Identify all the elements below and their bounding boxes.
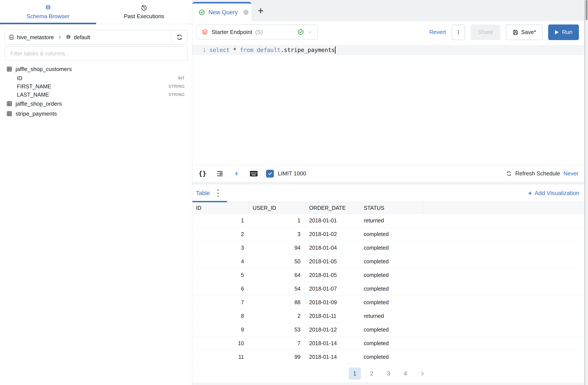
line-number: 1 (192, 47, 209, 53)
schema-tree: jaffle_shop_customersIDINTFIRST_NAMESTRI… (0, 64, 192, 119)
keyboard-icon[interactable] (250, 171, 258, 177)
cell-id: 3 (192, 245, 249, 251)
sidebar-tab-label: Schema Browser (27, 13, 69, 20)
plus-icon: + (528, 190, 532, 197)
limit-label[interactable]: LIMIT 1000 (278, 170, 306, 177)
chevron-right-icon (58, 35, 62, 39)
result-rows: 1 1 2018-01-01 returned 2 3 2018-01-02 c… (192, 214, 585, 364)
unsaved-dot-icon (243, 10, 249, 15)
endpoint-selector[interactable]: Starter Endpoint (S) (196, 24, 318, 40)
save-button[interactable]: Save* (506, 24, 543, 40)
cell-user-id: 3 (249, 231, 306, 237)
schema-tree-table[interactable]: jaffle_shop_customers (0, 64, 192, 74)
next-page-button[interactable] (416, 367, 428, 380)
cell-id: 2 (192, 231, 249, 237)
cell-order-date: 2018-01-01 (306, 217, 360, 224)
tab-past-executions[interactable]: Past Executions (96, 0, 192, 24)
breadcrumb-catalog[interactable]: hive_metastore (17, 34, 54, 41)
cell-status: returned (360, 313, 423, 319)
breadcrumb: hive_metastore default (4, 30, 188, 45)
query-tab-label: New Query (209, 9, 238, 16)
pagination: 1234 (192, 364, 585, 383)
table-row: 8 2 2018-01-11 returned (192, 309, 585, 323)
cell-order-date: 2018-01-09 (306, 299, 360, 305)
run-button[interactable]: Run (548, 24, 579, 40)
page-button-1[interactable]: 1 (349, 367, 361, 380)
text-cursor (335, 46, 336, 54)
table-row: 11 99 2018-01-14 completed (192, 350, 585, 364)
refresh-schedule-value[interactable]: Never (564, 170, 578, 177)
cell-id: 1 (192, 217, 249, 224)
cell-order-date: 2018-01-04 (306, 245, 360, 251)
sidebar: Schema Browser Past Executions (0, 0, 192, 385)
schema-tree-column[interactable]: LAST_NAMESTRING (0, 90, 192, 99)
table-name: jaffle_shop_orders (16, 101, 62, 107)
table-name: stripe_payments (16, 110, 57, 117)
cell-status: completed (360, 258, 423, 265)
lightning-icon[interactable] (234, 170, 240, 177)
column-header-status[interactable]: STATUS (360, 202, 423, 214)
revert-link[interactable]: Revert (429, 29, 446, 36)
cell-order-date: 2018-01-11 (306, 313, 360, 319)
column-header-id[interactable]: ID (192, 202, 249, 214)
tab-table[interactable]: Table (192, 185, 210, 202)
table-row: 4 50 2018-01-05 completed (192, 255, 585, 268)
column-header-order-date[interactable]: ORDER_DATE (306, 202, 360, 214)
table-row: 5 64 2018-01-05 completed (192, 268, 585, 282)
scrollbar-thumb[interactable] (586, 0, 588, 20)
table-row: 6 54 2018-01-07 completed (192, 282, 585, 296)
table-options-kebab-icon[interactable] (217, 190, 219, 197)
sidebar-tab-label: Past Executions (124, 13, 164, 20)
query-tab-new-query[interactable]: New Query (192, 2, 251, 21)
cell-user-id: 94 (249, 245, 306, 251)
save-label: Save* (521, 29, 536, 36)
limit-checkbox[interactable] (266, 170, 274, 178)
catalog-icon (9, 34, 14, 40)
refresh-icon (176, 34, 183, 41)
column-header-user-id[interactable]: USER_ID (249, 202, 306, 214)
sidebar-tabs: Schema Browser Past Executions (0, 0, 192, 24)
new-tab-button[interactable]: + (254, 4, 267, 17)
cell-status: completed (360, 326, 423, 333)
column-name: FIRST_NAME (17, 83, 51, 90)
indent-icon[interactable] (216, 170, 224, 177)
table-row: 10 7 2018-01-14 completed (192, 337, 585, 350)
cell-id: 7 (192, 299, 249, 305)
page-button-4[interactable]: 4 (399, 367, 412, 380)
column-name: ID (17, 75, 22, 81)
more-options-button[interactable] (452, 24, 465, 40)
table-name: jaffle_shop_customers (16, 66, 72, 73)
cell-id: 6 (192, 286, 249, 292)
results-section: Table + Add Visualization ID USER_ID ORD… (192, 185, 585, 383)
table-row: 7 88 2018-01-09 completed (192, 296, 585, 309)
run-label: Run (562, 29, 572, 36)
section-divider (192, 182, 585, 185)
clock-history-icon (141, 4, 147, 11)
refresh-schema-button[interactable] (171, 30, 187, 44)
schema-tree-column[interactable]: FIRST_NAMESTRING (0, 82, 192, 90)
cell-user-id: 64 (249, 272, 306, 278)
format-braces-icon[interactable]: {} (199, 170, 206, 177)
endpoint-stack-icon (201, 28, 209, 36)
cell-order-date: 2018-01-07 (306, 286, 360, 292)
vertical-scrollbar[interactable] (585, 0, 588, 385)
sql-code: select * from default.stripe_payments (209, 46, 336, 54)
breadcrumb-schema[interactable]: default (74, 34, 90, 41)
tab-schema-browser[interactable]: Schema Browser (0, 0, 96, 24)
add-visualization-button[interactable]: + Add Visualization (528, 190, 579, 197)
page-button-2[interactable]: 2 (366, 367, 378, 380)
endpoint-name: Starter Endpoint (211, 29, 252, 36)
results-tabbar: Table + Add Visualization (192, 185, 585, 202)
cell-status: completed (360, 299, 423, 305)
schema-tree-table[interactable]: stripe_payments (0, 109, 192, 119)
cell-id: 4 (192, 258, 249, 265)
table-grid-icon (6, 66, 12, 72)
page-button-3[interactable]: 3 (382, 367, 395, 380)
schema-tree-table[interactable]: jaffle_shop_orders (0, 99, 192, 109)
schema-tree-column[interactable]: IDINT (0, 74, 192, 82)
main-panel: New Query + Starter Endpoint (S) (192, 0, 585, 385)
column-name: LAST_NAME (17, 92, 49, 98)
query-tabbar: New Query + (192, 0, 585, 21)
sql-editor[interactable]: 1 select * from default.stripe_payments (192, 43, 585, 165)
filter-input[interactable] (4, 46, 188, 61)
